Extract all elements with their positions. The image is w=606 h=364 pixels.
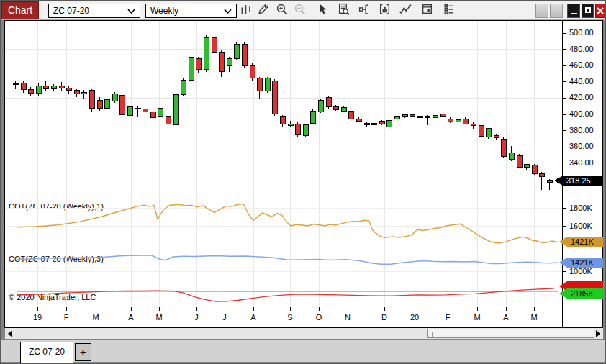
cot1-label: COT(ZC 07-20 (Weekly),1) (9, 202, 104, 211)
cot1-value-tag: 1421K (559, 237, 603, 247)
toolbar: Chart ZC 07-20 Weekly (1, 1, 605, 20)
price-tick-label: 480.00 (569, 45, 594, 53)
object-list-icon[interactable] (443, 3, 458, 19)
interval-dropdown[interactable]: Weekly (145, 4, 237, 18)
price-tick-label: 440.00 (569, 77, 594, 86)
data-box-icon[interactable] (338, 3, 353, 19)
indicators-icon[interactable] (379, 3, 394, 19)
interval-value: Weekly (150, 6, 178, 16)
tab-zc-07-20[interactable]: ZC 07-20 (20, 342, 73, 363)
time-tick-label: N (338, 313, 357, 322)
cot2-label: COT(ZC 07-20 (Weekly),3) (9, 255, 104, 263)
chart-trader-icon[interactable] (358, 3, 374, 19)
zoom-out-icon[interactable] (294, 3, 309, 19)
copyright-label: © 2020 NinjaTrader, LLC (9, 293, 96, 301)
price-tick-label: 460.00 (569, 60, 594, 69)
zoom-in-icon[interactable] (276, 3, 291, 19)
time-tick-label: A (244, 313, 263, 322)
cot2-green-value-tag: 21858 (559, 288, 603, 299)
scrollbar-thumb[interactable] (427, 329, 594, 338)
blank-button-1[interactable] (535, 4, 548, 18)
chevron-down-icon (127, 9, 135, 14)
chart-style-icon[interactable] (239, 3, 255, 19)
time-tick-label: M (150, 313, 168, 322)
cot1-tick-label: 1600K (569, 222, 592, 230)
time-tick-label: A (497, 313, 515, 322)
time-tick-label: O (309, 313, 328, 322)
chart-window: Chart ZC 07-20 Weekly COT(ZC 07-20 (W (0, 0, 606, 364)
price-tick-label: 400.00 (569, 109, 594, 118)
drawing-tools-icon[interactable] (257, 3, 273, 19)
instrument-dropdown[interactable]: ZC 07-20 (48, 4, 140, 18)
blank-button-2[interactable] (550, 4, 563, 18)
price-tick-label: 360.00 (569, 142, 594, 150)
tab-chart[interactable]: Chart (1, 1, 39, 19)
price-tick-label: 420.00 (569, 93, 594, 101)
strategies-icon[interactable] (399, 3, 415, 19)
last-price-tag: 318.25 (555, 176, 603, 186)
cot2-blue-value-tag: 1421K (559, 258, 603, 268)
chevron-down-icon (224, 9, 232, 14)
scroll-left-icon[interactable] (8, 330, 12, 337)
time-tick-label: J (187, 313, 206, 322)
price-chart-panel[interactable] (5, 21, 562, 199)
time-tick-label: D (375, 313, 394, 322)
time-tick-label: M (86, 313, 105, 322)
cot2-tick-label: 1000K (569, 267, 592, 276)
time-tick-label: J (215, 313, 234, 322)
tab-bar: ZC 07-20 + (1, 340, 605, 362)
scroll-right-icon[interactable] (596, 330, 600, 337)
time-tick-label: 19 (28, 313, 47, 322)
time-tick-label: S (281, 313, 299, 322)
restore-button[interactable] (582, 4, 594, 18)
pointer-icon[interactable] (316, 3, 332, 19)
cot1-tick-label: 1800K (569, 204, 592, 212)
minimize-button[interactable] (567, 4, 580, 18)
minimize-icon (571, 13, 577, 14)
add-tab-button[interactable]: + (75, 343, 91, 361)
time-tick-label: M (468, 313, 487, 322)
properties-icon[interactable] (421, 3, 437, 19)
price-tick-label: 340.00 (569, 158, 594, 167)
time-tick-label: F (438, 313, 457, 322)
time-tick-label: 20 (405, 313, 424, 322)
close-button[interactable] (595, 4, 605, 18)
time-tick-label: F (57, 313, 76, 322)
restore-icon (585, 7, 591, 13)
close-icon (596, 4, 605, 17)
instrument-value: ZC 07-20 (53, 6, 89, 16)
time-tick-label: M (525, 313, 543, 322)
time-tick-label: A (122, 313, 140, 322)
price-tick-label: 500.00 (569, 28, 594, 37)
horizontal-scrollbar[interactable] (5, 328, 603, 339)
price-tick-label: 380.00 (569, 126, 594, 135)
